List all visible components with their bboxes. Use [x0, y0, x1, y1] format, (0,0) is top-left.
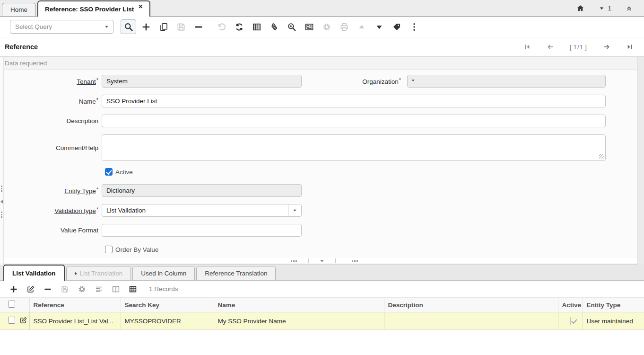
column-header-reference[interactable]: Reference	[29, 298, 121, 312]
order-by-value-checkbox[interactable]	[105, 246, 113, 253]
column-header-name[interactable]: Name	[214, 298, 384, 312]
value-format-label: Value Format	[0, 227, 102, 234]
east-panel-strip[interactable]	[637, 57, 644, 265]
column-header-search-key[interactable]: Search Key	[121, 298, 214, 312]
tenant-field[interactable]: System	[102, 75, 302, 88]
entity-type-field[interactable]: Dictionary	[102, 184, 302, 197]
plus-icon	[9, 285, 18, 293]
validation-type-value: List Validation	[102, 207, 288, 214]
column-header-active[interactable]: Active	[558, 298, 583, 312]
print-button	[336, 19, 352, 34]
status-message: Data requeried	[5, 60, 47, 67]
cell-name[interactable]: My SSO Provider Name	[214, 312, 384, 330]
collapse-down-arrow-icon[interactable]	[320, 260, 324, 262]
record-indicator: [1/1]	[570, 44, 587, 51]
new-record-button[interactable]	[138, 19, 154, 34]
zoom-in-icon	[287, 22, 296, 32]
column-header-description[interactable]: Description	[384, 298, 558, 312]
cell-description[interactable]	[384, 312, 558, 330]
home-icon	[576, 4, 584, 12]
cell-search-key[interactable]: MYSSOPROVIDER	[121, 312, 214, 330]
grip-dots-icon	[1, 212, 2, 213]
more-vert-icon	[409, 22, 419, 32]
select-query-dropdown-button[interactable]	[100, 20, 113, 33]
zoom-across-button[interactable]	[284, 19, 299, 34]
comment-help-field[interactable]	[102, 134, 606, 161]
tag-icon	[392, 22, 401, 32]
attachment-button[interactable]	[266, 19, 282, 34]
save-button	[173, 19, 189, 34]
window-tab-home[interactable]: Home	[2, 3, 36, 16]
description-label: Description	[0, 117, 102, 124]
window-toolbar: Select Query	[0, 17, 644, 37]
application-window: HomeReference: SSO Provider List✕ 1 Sele…	[0, 0, 644, 355]
edit-row-button[interactable]	[24, 283, 37, 295]
organization-field[interactable]: *	[407, 75, 606, 88]
first-record-button[interactable]	[523, 43, 531, 51]
validation-type-combobox[interactable]: List Validation	[102, 204, 302, 217]
grid-view-button[interactable]	[126, 283, 139, 295]
save-row-button	[58, 283, 71, 295]
row-select-checkbox[interactable]	[8, 317, 15, 324]
collapse-all-button[interactable]	[626, 5, 633, 12]
select-all-checkbox[interactable]	[8, 301, 15, 308]
window-tab-reference-sso-provider-list[interactable]: Reference: SSO Provider List✕	[37, 0, 150, 17]
grid-toggle-button[interactable]	[249, 19, 264, 34]
save-icon	[176, 22, 186, 32]
process-row-button	[75, 283, 88, 295]
collapse-left-arrow-icon	[0, 200, 3, 204]
table-row[interactable]: SSO Provider List_List Val... MYSSOPROVI…	[0, 312, 644, 330]
detail-tab-reference-translation[interactable]: Reference Translation	[196, 266, 276, 280]
row-edit-button[interactable]	[19, 316, 27, 324]
desktop-selector[interactable]: 1	[599, 5, 611, 12]
page-title: Reference	[5, 43, 38, 51]
gear-icon	[322, 22, 331, 32]
validation-type-dropdown-button[interactable]	[288, 204, 301, 216]
select-query-value: Select Query	[10, 20, 100, 33]
layout-toggle-button	[109, 283, 122, 295]
grid-header-row: Reference Search Key Name Description Ac…	[0, 298, 644, 312]
detail-tab-used-in-column[interactable]: Used in Column	[132, 266, 195, 280]
split-icon	[112, 285, 120, 293]
active-checkbox[interactable]	[105, 168, 113, 176]
description-field[interactable]	[102, 115, 606, 127]
select-query-combobox[interactable]: Select Query	[10, 20, 113, 34]
resize-grip-icon[interactable]	[599, 154, 604, 159]
detail-record-button[interactable]	[371, 19, 387, 34]
records-count: 1 Records	[149, 285, 178, 293]
home-button[interactable]	[576, 4, 584, 12]
new-row-button[interactable]	[7, 283, 20, 295]
splitter-handle[interactable]	[0, 186, 3, 218]
record-form: Tenant* System Organization* * Name* SSO…	[0, 70, 644, 258]
caret-down-icon	[374, 22, 384, 32]
detail-toolbar-buttons	[7, 283, 143, 295]
find-button[interactable]	[121, 19, 136, 34]
search-icon	[124, 22, 133, 32]
label-button[interactable]	[389, 19, 404, 34]
name-field[interactable]: SSO Provider List	[102, 95, 606, 107]
west-panel-splitter[interactable]	[0, 57, 4, 265]
copy-record-button[interactable]	[156, 19, 171, 34]
requery-button[interactable]	[231, 19, 247, 34]
close-icon[interactable]: ✕	[138, 3, 143, 10]
cell-entity-type[interactable]: User maintained	[583, 312, 644, 330]
previous-record-button[interactable]	[547, 43, 554, 51]
detail-tab-list-validation[interactable]: List Validation	[3, 265, 65, 281]
gear-icon	[78, 285, 86, 293]
chat-button[interactable]	[301, 19, 317, 34]
delete-record-button[interactable]	[191, 19, 206, 34]
arrow-left-icon	[547, 43, 554, 51]
detail-pane-splitter[interactable]	[0, 258, 644, 265]
delete-row-button[interactable]	[41, 283, 54, 295]
window-tabbar-tabs: HomeReference: SSO Provider List✕	[2, 0, 152, 16]
grip-dots-icon	[291, 260, 292, 262]
column-header-entity-type[interactable]: Entity Type	[583, 298, 644, 312]
parent-record-button	[354, 19, 369, 34]
value-format-field[interactable]	[102, 224, 302, 237]
organization-label: Organization*	[302, 77, 404, 85]
next-record-button[interactable]	[603, 43, 610, 51]
last-record-icon	[626, 43, 634, 51]
cell-reference[interactable]: SSO Provider List_List Val...	[29, 312, 121, 330]
more-options-button[interactable]	[406, 19, 422, 34]
last-record-button[interactable]	[626, 43, 634, 51]
